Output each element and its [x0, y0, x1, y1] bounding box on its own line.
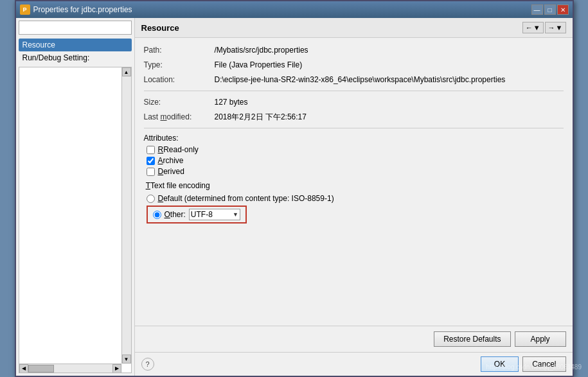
type-row: Type: File (Java Properties File) — [144, 59, 564, 71]
derived-checkbox[interactable] — [147, 168, 155, 176]
scroll-track — [28, 364, 112, 373]
nav-buttons: ← ▼ → ▼ — [522, 22, 566, 33]
attributes-title: Attributes: — [144, 134, 564, 143]
apply-button[interactable]: Apply — [515, 331, 566, 347]
window-title: Properties for jdbc.properties — [33, 5, 132, 14]
minimize-button[interactable]: — — [531, 4, 543, 15]
scroll-thumb[interactable] — [28, 365, 54, 373]
help-button[interactable]: ? — [141, 358, 154, 371]
default-encoding-row: Default (determined from content type: I… — [144, 194, 564, 203]
path-value: /Mybatis/src/jdbc.properties — [215, 44, 308, 56]
restore-defaults-button[interactable]: Restore Defaults — [434, 331, 510, 347]
other-encoding-container: Other: UTF-8 ▼ — [147, 206, 247, 224]
default-encoding-label[interactable]: Default (determined from content type: I… — [158, 194, 334, 203]
back-arrow-icon: ← — [526, 24, 533, 31]
back-button[interactable]: ← ▼ — [522, 22, 544, 33]
last-modified-value: 2018年2月2日 下午2:56:17 — [215, 111, 307, 123]
watermark: http://blog.csdn.net/qq_28061489 — [486, 364, 582, 371]
bottom-buttons: Restore Defaults Apply — [135, 326, 573, 352]
scroll-up-arrow[interactable]: ▲ — [122, 67, 131, 76]
type-label: Type: — [144, 59, 215, 71]
archive-row: Archive — [144, 156, 564, 165]
main-title: Resource — [141, 23, 179, 33]
dialog-body: Resource Run/Debug Setting: ◀ ▶ ▲ ▼ — [16, 18, 573, 376]
path-row: Path: /Mybatis/src/jdbc.properties — [144, 44, 564, 56]
scroll-right-arrow[interactable]: ▶ — [112, 364, 121, 373]
archive-label[interactable]: Archive — [158, 156, 184, 165]
sidebar: Resource Run/Debug Setting: ◀ ▶ ▲ ▼ — [16, 18, 135, 376]
type-value: File (Java Properties File) — [215, 59, 303, 71]
location-row: Location: D:\eclipse-jee-luna-SR2-win32-… — [144, 74, 564, 85]
main-content: Resource ← ▼ → ▼ Path: /Mybatis/src/j — [135, 18, 573, 376]
forward-dropdown-icon: ▼ — [556, 24, 563, 31]
scroll-down-arrow[interactable]: ▼ — [122, 355, 131, 364]
main-header: Resource ← ▼ → ▼ — [135, 18, 573, 38]
derived-row: Derived — [144, 167, 564, 176]
window-icon: P — [20, 4, 30, 15]
sidebar-horizontal-scroll[interactable]: ◀ ▶ — [19, 364, 121, 373]
default-encoding-radio[interactable] — [147, 195, 155, 203]
archive-checkbox[interactable] — [147, 157, 155, 165]
other-encoding-label[interactable]: Other: — [165, 210, 186, 219]
close-button[interactable]: ✕ — [557, 4, 569, 15]
separator-1 — [144, 91, 564, 91]
encoding-value: UTF-8 — [191, 210, 233, 219]
last-modified-row: Last modified: 2018年2月2日 下午2:56:17 — [144, 111, 564, 123]
encoding-title: TText file encoding — [144, 181, 564, 190]
attributes-section: Attributes: RRead-only Archive — [144, 134, 564, 176]
location-label: Location: — [144, 74, 215, 85]
readonly-label[interactable]: RRead-only — [158, 145, 199, 154]
size-label: Size: — [144, 96, 215, 108]
readonly-checkbox[interactable] — [147, 146, 155, 154]
size-row: Size: 127 bytes — [144, 96, 564, 108]
main-scroll-area: Path: /Mybatis/src/jdbc.properties Type:… — [135, 38, 573, 326]
readonly-row: RRead-only — [144, 145, 564, 154]
title-bar: P Properties for jdbc.properties — □ ✕ — [16, 1, 573, 18]
path-label: Path: — [144, 44, 215, 56]
encoding-dropdown-arrow[interactable]: ▼ — [233, 211, 238, 218]
last-modified-label: Last modified: — [144, 111, 215, 123]
location-value: D:\eclipse-jee-luna-SR2-win32-x86_64\ecl… — [215, 74, 506, 85]
forward-arrow-icon: → — [548, 24, 555, 31]
other-encoding-radio[interactable] — [153, 211, 161, 219]
encoding-section: TText file encoding Default (determined … — [144, 181, 564, 224]
sidebar-scroll-area[interactable]: ◀ ▶ ▲ ▼ — [19, 67, 132, 373]
sidebar-item-rundebug[interactable]: Run/Debug Setting: — [19, 51, 132, 64]
forward-button[interactable]: → ▼ — [545, 22, 566, 33]
sidebar-search[interactable] — [19, 21, 132, 35]
derived-label[interactable]: Derived — [158, 167, 184, 176]
back-dropdown-icon: ▼ — [533, 24, 540, 31]
title-buttons: — □ ✕ — [531, 4, 569, 15]
encoding-dropdown[interactable]: UTF-8 ▼ — [189, 209, 240, 220]
dialog-window: P Properties for jdbc.properties — □ ✕ R… — [15, 0, 574, 377]
maximize-button[interactable]: □ — [544, 4, 556, 15]
sidebar-item-resource[interactable]: Resource — [19, 39, 132, 51]
title-bar-left: P Properties for jdbc.properties — [20, 4, 132, 15]
separator-2 — [144, 128, 564, 128]
sidebar-vertical-scroll[interactable]: ▲ ▼ — [121, 67, 131, 364]
scroll-left-arrow[interactable]: ◀ — [19, 364, 28, 373]
size-value: 127 bytes — [215, 96, 248, 108]
